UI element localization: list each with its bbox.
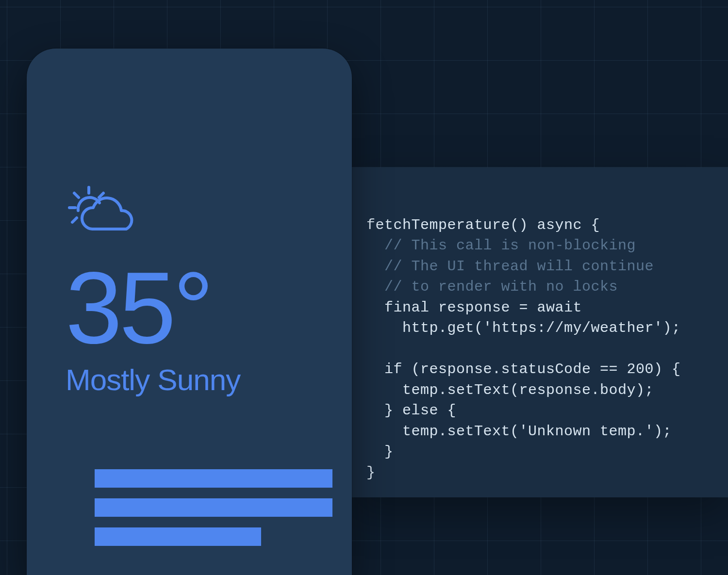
code-line: }: [366, 464, 376, 481]
temperature-value: 35°: [66, 257, 313, 359]
code-line: temp.setText('Unknown temp.');: [366, 423, 672, 440]
code-comment: // to render with no locks: [366, 279, 618, 295]
sun-cloud-icon: [66, 184, 313, 243]
code-comment: // This call is non-blocking: [366, 237, 636, 254]
placeholder-bar: [95, 469, 332, 488]
code-line: fetchTemperature() async {: [366, 217, 600, 233]
code-panel: fetchTemperature() async { // This call …: [352, 167, 728, 497]
code-line: final response = await: [366, 299, 582, 316]
svg-line-2: [99, 193, 103, 197]
code-line: }: [366, 444, 394, 460]
placeholder-bar: [95, 498, 332, 517]
code-block: fetchTemperature() async { // This call …: [366, 194, 713, 483]
code-comment: // The UI thread will continue: [366, 258, 654, 275]
svg-line-4: [72, 218, 77, 222]
svg-line-1: [74, 193, 79, 197]
code-line: temp.setText(response.body);: [366, 382, 654, 398]
placeholder-bars: [95, 469, 332, 546]
placeholder-bar: [95, 527, 261, 546]
stage: fetchTemperature() async { // This call …: [0, 0, 728, 575]
code-line: http.get('https://my/weather');: [366, 320, 681, 336]
phone-mockup: 35° Mostly Sunny: [27, 49, 352, 575]
condition-label: Mostly Sunny: [66, 364, 313, 395]
code-line: if (response.statusCode == 200) {: [366, 361, 681, 378]
code-line: } else {: [366, 402, 456, 419]
